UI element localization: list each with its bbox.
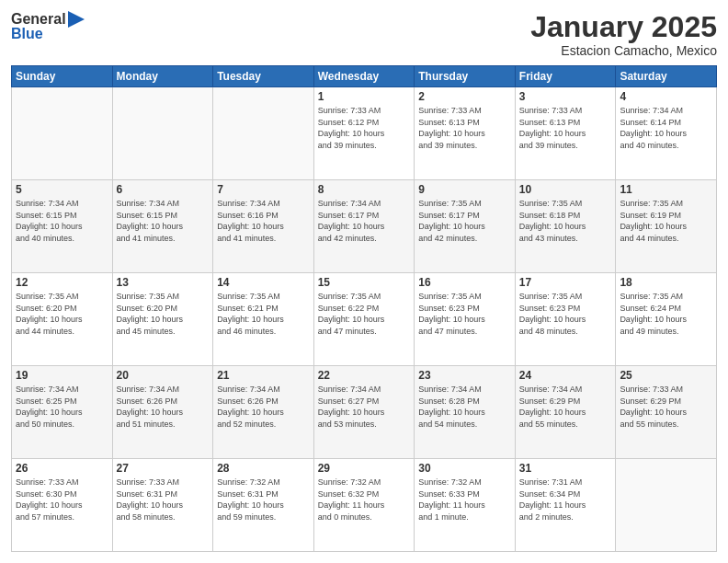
day-info: Sunrise: 7:34 AM Sunset: 6:26 PM Dayligh…	[217, 384, 310, 430]
day-info: Sunrise: 7:34 AM Sunset: 6:15 PM Dayligh…	[117, 198, 210, 244]
day-info: Sunrise: 7:34 AM Sunset: 6:17 PM Dayligh…	[318, 198, 411, 244]
day-info: Sunrise: 7:35 AM Sunset: 6:20 PM Dayligh…	[117, 291, 210, 337]
table-row: 18Sunrise: 7:35 AM Sunset: 6:24 PM Dayli…	[616, 273, 717, 366]
table-row: 29Sunrise: 7:32 AM Sunset: 6:32 PM Dayli…	[313, 459, 415, 552]
table-row: 27Sunrise: 7:33 AM Sunset: 6:31 PM Dayli…	[112, 459, 213, 552]
table-row: 20Sunrise: 7:34 AM Sunset: 6:26 PM Dayli…	[112, 366, 213, 459]
day-info: Sunrise: 7:35 AM Sunset: 6:24 PM Dayligh…	[620, 291, 712, 337]
day-number: 31	[519, 462, 612, 475]
title-block: January 2025 Estacion Camacho, Mexico	[530, 11, 717, 58]
day-number: 19	[16, 369, 108, 382]
day-number: 5	[16, 183, 108, 196]
table-row: 30Sunrise: 7:32 AM Sunset: 6:33 PM Dayli…	[415, 459, 516, 552]
table-row: 8Sunrise: 7:34 AM Sunset: 6:17 PM Daylig…	[313, 180, 415, 273]
header-thursday: Thursday	[415, 66, 516, 87]
day-number: 6	[117, 183, 210, 196]
table-row: 21Sunrise: 7:34 AM Sunset: 6:26 PM Dayli…	[213, 366, 314, 459]
day-number: 27	[117, 462, 210, 475]
table-row	[12, 87, 113, 180]
day-number: 22	[318, 369, 411, 382]
table-row: 28Sunrise: 7:32 AM Sunset: 6:31 PM Dayli…	[213, 459, 314, 552]
day-number: 16	[418, 276, 511, 289]
day-number: 9	[418, 183, 511, 196]
day-number: 24	[519, 369, 612, 382]
table-row: 11Sunrise: 7:35 AM Sunset: 6:19 PM Dayli…	[616, 180, 717, 273]
day-number: 15	[318, 276, 411, 289]
table-row: 5Sunrise: 7:34 AM Sunset: 6:15 PM Daylig…	[12, 180, 113, 273]
table-row: 16Sunrise: 7:35 AM Sunset: 6:23 PM Dayli…	[415, 273, 516, 366]
table-row: 19Sunrise: 7:34 AM Sunset: 6:25 PM Dayli…	[12, 366, 113, 459]
table-row: 7Sunrise: 7:34 AM Sunset: 6:16 PM Daylig…	[213, 180, 314, 273]
day-info: Sunrise: 7:34 AM Sunset: 6:14 PM Dayligh…	[620, 105, 712, 151]
day-number: 7	[217, 183, 310, 196]
day-number: 25	[620, 369, 712, 382]
table-row: 25Sunrise: 7:33 AM Sunset: 6:29 PM Dayli…	[616, 366, 717, 459]
day-info: Sunrise: 7:33 AM Sunset: 6:30 PM Dayligh…	[16, 477, 108, 523]
table-row: 24Sunrise: 7:34 AM Sunset: 6:29 PM Dayli…	[515, 366, 616, 459]
table-row: 12Sunrise: 7:35 AM Sunset: 6:20 PM Dayli…	[12, 273, 113, 366]
calendar-week-row: 1Sunrise: 7:33 AM Sunset: 6:12 PM Daylig…	[12, 87, 717, 180]
day-number: 30	[418, 462, 511, 475]
table-row	[112, 87, 213, 180]
logo-blue-text: Blue	[11, 26, 85, 42]
day-info: Sunrise: 7:34 AM Sunset: 6:16 PM Dayligh…	[217, 198, 310, 244]
day-number: 10	[519, 183, 612, 196]
day-info: Sunrise: 7:33 AM Sunset: 6:13 PM Dayligh…	[519, 105, 612, 151]
calendar-header-row: Sunday Monday Tuesday Wednesday Thursday…	[12, 66, 717, 87]
day-info: Sunrise: 7:34 AM Sunset: 6:28 PM Dayligh…	[418, 384, 511, 430]
header-friday: Friday	[515, 66, 616, 87]
day-number: 4	[620, 90, 712, 103]
day-info: Sunrise: 7:34 AM Sunset: 6:27 PM Dayligh…	[318, 384, 411, 430]
day-info: Sunrise: 7:33 AM Sunset: 6:13 PM Dayligh…	[418, 105, 511, 151]
table-row: 31Sunrise: 7:31 AM Sunset: 6:34 PM Dayli…	[515, 459, 616, 552]
day-number: 14	[217, 276, 310, 289]
header-saturday: Saturday	[616, 66, 717, 87]
header-sunday: Sunday	[12, 66, 113, 87]
day-info: Sunrise: 7:34 AM Sunset: 6:25 PM Dayligh…	[16, 384, 108, 430]
table-row: 9Sunrise: 7:35 AM Sunset: 6:17 PM Daylig…	[415, 180, 516, 273]
day-info: Sunrise: 7:35 AM Sunset: 6:18 PM Dayligh…	[519, 198, 612, 244]
day-number: 20	[117, 369, 210, 382]
day-info: Sunrise: 7:33 AM Sunset: 6:31 PM Dayligh…	[117, 477, 210, 523]
table-row	[213, 87, 314, 180]
day-number: 28	[217, 462, 310, 475]
table-row: 26Sunrise: 7:33 AM Sunset: 6:30 PM Dayli…	[12, 459, 113, 552]
month-title: January 2025	[530, 11, 717, 43]
day-number: 17	[519, 276, 612, 289]
table-row: 13Sunrise: 7:35 AM Sunset: 6:20 PM Dayli…	[112, 273, 213, 366]
day-number: 29	[318, 462, 411, 475]
day-info: Sunrise: 7:32 AM Sunset: 6:33 PM Dayligh…	[418, 477, 511, 523]
table-row: 1Sunrise: 7:33 AM Sunset: 6:12 PM Daylig…	[313, 87, 415, 180]
day-number: 11	[620, 183, 712, 196]
day-info: Sunrise: 7:32 AM Sunset: 6:32 PM Dayligh…	[318, 477, 411, 523]
calendar-table: Sunday Monday Tuesday Wednesday Thursday…	[11, 65, 717, 552]
table-row: 15Sunrise: 7:35 AM Sunset: 6:22 PM Dayli…	[313, 273, 415, 366]
header-monday: Monday	[112, 66, 213, 87]
day-info: Sunrise: 7:33 AM Sunset: 6:29 PM Dayligh…	[620, 384, 712, 430]
table-row: 6Sunrise: 7:34 AM Sunset: 6:15 PM Daylig…	[112, 180, 213, 273]
calendar-week-row: 19Sunrise: 7:34 AM Sunset: 6:25 PM Dayli…	[12, 366, 717, 459]
day-info: Sunrise: 7:34 AM Sunset: 6:26 PM Dayligh…	[117, 384, 210, 430]
day-number: 3	[519, 90, 612, 103]
header-wednesday: Wednesday	[313, 66, 415, 87]
table-row: 2Sunrise: 7:33 AM Sunset: 6:13 PM Daylig…	[415, 87, 516, 180]
day-number: 21	[217, 369, 310, 382]
day-number: 1	[318, 90, 411, 103]
header: General Blue January 2025 Estacion Camac…	[11, 11, 717, 58]
day-number: 12	[16, 276, 108, 289]
table-row: 10Sunrise: 7:35 AM Sunset: 6:18 PM Dayli…	[515, 180, 616, 273]
day-info: Sunrise: 7:34 AM Sunset: 6:15 PM Dayligh…	[16, 198, 108, 244]
day-number: 13	[117, 276, 210, 289]
table-row: 22Sunrise: 7:34 AM Sunset: 6:27 PM Dayli…	[313, 366, 415, 459]
day-number: 8	[318, 183, 411, 196]
day-info: Sunrise: 7:32 AM Sunset: 6:31 PM Dayligh…	[217, 477, 310, 523]
calendar-week-row: 26Sunrise: 7:33 AM Sunset: 6:30 PM Dayli…	[12, 459, 717, 552]
calendar-week-row: 12Sunrise: 7:35 AM Sunset: 6:20 PM Dayli…	[12, 273, 717, 366]
day-info: Sunrise: 7:35 AM Sunset: 6:23 PM Dayligh…	[418, 291, 511, 337]
day-info: Sunrise: 7:35 AM Sunset: 6:20 PM Dayligh…	[16, 291, 108, 337]
table-row: 14Sunrise: 7:35 AM Sunset: 6:21 PM Dayli…	[213, 273, 314, 366]
day-info: Sunrise: 7:31 AM Sunset: 6:34 PM Dayligh…	[519, 477, 612, 523]
table-row: 4Sunrise: 7:34 AM Sunset: 6:14 PM Daylig…	[616, 87, 717, 180]
table-row	[616, 459, 717, 552]
day-info: Sunrise: 7:35 AM Sunset: 6:23 PM Dayligh…	[519, 291, 612, 337]
